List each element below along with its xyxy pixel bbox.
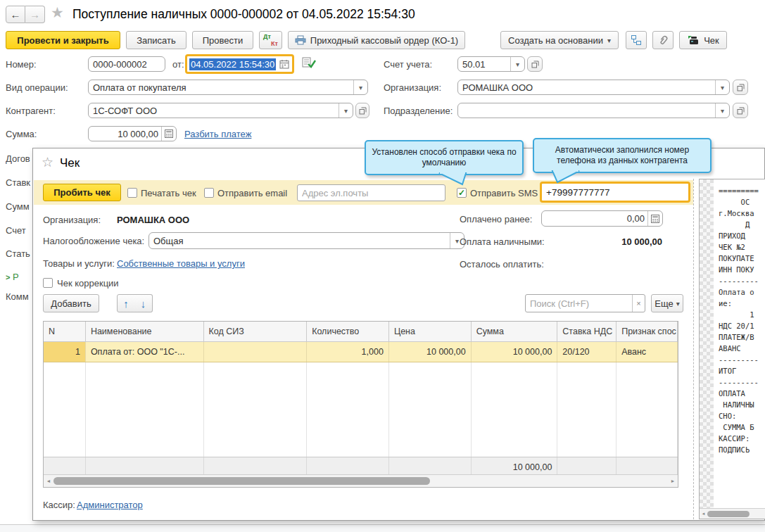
scroll-right-icon[interactable]: ► bbox=[668, 479, 678, 483]
phone-autofill-tooltip: Автоматически заполнился номер телефона … bbox=[533, 138, 712, 173]
dt-label: Дт bbox=[263, 33, 271, 40]
back-button[interactable]: ← bbox=[6, 6, 25, 23]
paperclip-icon bbox=[655, 32, 671, 49]
send-sms-label[interactable]: Отправить SMS bbox=[470, 188, 538, 198]
cell-price: 10 000,00 bbox=[389, 342, 472, 362]
receipt-line: ЧЕК №2 bbox=[719, 241, 759, 253]
col-header-n[interactable]: N bbox=[44, 322, 86, 341]
favorite-star-icon[interactable]: ★ bbox=[51, 4, 64, 21]
receipt-margin bbox=[700, 179, 714, 510]
calculator-icon[interactable] bbox=[647, 211, 662, 226]
document-check-icon bbox=[302, 57, 316, 69]
arrow-up-icon: ↑ bbox=[123, 298, 129, 310]
amount-field[interactable]: 10 000,00 bbox=[88, 126, 177, 141]
create-based-on-button[interactable]: Создать на основании ▾ bbox=[500, 31, 619, 49]
send-sms-checkbox[interactable]: ✓ bbox=[457, 188, 467, 198]
print-check-checkbox[interactable] bbox=[127, 188, 137, 198]
calendar-icon[interactable] bbox=[279, 59, 289, 69]
account-dropdown-icon[interactable]: ▾ bbox=[510, 57, 524, 71]
number-field[interactable]: 0000-000002 bbox=[88, 56, 165, 72]
organization-open-button[interactable] bbox=[733, 80, 748, 95]
account-open-button[interactable] bbox=[527, 56, 543, 72]
col-header-payment-attr[interactable]: Признак спос bbox=[617, 322, 678, 341]
counterparty-value: 1С-СОФТ ООО bbox=[89, 106, 339, 116]
save-button[interactable]: Записать bbox=[126, 31, 186, 49]
move-down-button[interactable]: ↓ bbox=[134, 294, 153, 312]
account2-label: Счет bbox=[6, 225, 32, 236]
print-check-label[interactable]: Печатать чек bbox=[141, 188, 196, 198]
paid-earlier-field[interactable]: 0,00 bbox=[541, 210, 663, 227]
operation-dropdown-icon[interactable]: ▾ bbox=[353, 80, 367, 94]
attachments-button[interactable] bbox=[652, 31, 674, 49]
contract-label: Догов bbox=[6, 153, 32, 164]
page-title: Поступление наличных 0000-000002 от 04.0… bbox=[72, 7, 415, 22]
fiscalize-label: Пробить чек bbox=[53, 187, 110, 198]
operation-kind-combo[interactable]: Оплата от покупателя ▾ bbox=[88, 80, 368, 95]
related-documents-button[interactable] bbox=[626, 31, 647, 49]
division-open-button[interactable] bbox=[733, 103, 748, 118]
col-header-qty[interactable]: Количество bbox=[307, 322, 389, 341]
correction-check-label[interactable]: Чек коррекции bbox=[57, 278, 119, 289]
organization-label: Организация: bbox=[384, 82, 441, 93]
col-header-price[interactable]: Цена bbox=[389, 322, 472, 341]
more-button[interactable]: Еще ▾ bbox=[651, 294, 683, 312]
receipt-line: --------- bbox=[719, 275, 759, 286]
vat-rate-label: Ставк bbox=[6, 177, 32, 188]
send-email-label[interactable]: Отправить email bbox=[217, 188, 287, 198]
col-header-sum[interactable]: Сумма bbox=[472, 322, 558, 341]
scroll-left-icon[interactable]: ◄ bbox=[44, 479, 53, 483]
search-input[interactable] bbox=[526, 298, 632, 309]
table-hscrollbar[interactable]: ◄ ► bbox=[44, 474, 678, 487]
counterparty-open-button[interactable] bbox=[355, 103, 369, 118]
organization-dropdown-icon[interactable]: ▾ bbox=[715, 80, 729, 94]
dialog-star-icon[interactable]: ☆ bbox=[42, 154, 53, 170]
cash-order-print-button[interactable]: Приходный кассовый ордер (КО-1) bbox=[288, 31, 465, 49]
tax-system-combo[interactable]: Общая ▾ bbox=[148, 232, 464, 249]
more-label: Еще bbox=[655, 298, 673, 309]
move-up-button[interactable]: ↑ bbox=[117, 294, 135, 312]
account-value: 50.01 bbox=[458, 59, 510, 70]
date-field[interactable]: 04.05.2022 15:54:30 bbox=[185, 54, 294, 74]
counterparty-dropdown-icon[interactable]: ▾ bbox=[339, 103, 353, 118]
cashier-link[interactable]: Администратор bbox=[77, 500, 143, 510]
goods-services-link[interactable]: Собственные товары и услуги bbox=[117, 258, 245, 269]
table-empty-area bbox=[44, 362, 678, 457]
cash-order-label: Приходный кассовый ордер (КО-1) bbox=[310, 35, 458, 46]
fiscalize-button[interactable]: Пробить чек bbox=[43, 184, 121, 201]
tax-system-label: Налогообложение чека: bbox=[43, 236, 144, 246]
dt-kt-button[interactable]: Дт Кт bbox=[259, 31, 282, 49]
forward-button[interactable]: → bbox=[25, 6, 45, 23]
send-email-checkbox[interactable] bbox=[204, 188, 214, 198]
correction-check-checkbox[interactable] bbox=[43, 278, 53, 288]
scroll-left-icon[interactable]: ◄ bbox=[700, 512, 707, 516]
post-and-close-button[interactable]: Провести и закрыть bbox=[6, 31, 120, 49]
scroll-thumb[interactable] bbox=[707, 511, 750, 517]
amount-label: Сумма: bbox=[6, 129, 37, 139]
phone-input[interactable] bbox=[542, 187, 688, 198]
details-group-link[interactable]: > Р bbox=[6, 272, 32, 282]
splitter[interactable] bbox=[693, 179, 694, 519]
receipt-line: ие: bbox=[719, 298, 759, 309]
scroll-thumb[interactable] bbox=[53, 477, 430, 485]
calculator-icon[interactable] bbox=[161, 127, 176, 141]
division-combo[interactable]: ▾ bbox=[457, 103, 730, 118]
col-header-siz[interactable]: Код СИЗ bbox=[204, 322, 308, 341]
check-button[interactable]: Чек bbox=[679, 31, 727, 49]
clear-search-icon[interactable]: × bbox=[632, 295, 645, 312]
counterparty-combo[interactable]: 1С-СОФТ ООО ▾ bbox=[88, 103, 353, 118]
add-row-button[interactable]: Добавить bbox=[43, 294, 99, 312]
col-header-name[interactable]: Наименование bbox=[86, 322, 204, 341]
division-dropdown-icon[interactable]: ▾ bbox=[715, 103, 729, 118]
post-button[interactable]: Провести bbox=[192, 31, 253, 49]
col-header-vat[interactable]: Ставка НДС bbox=[557, 322, 617, 341]
tooltip-tail bbox=[550, 170, 582, 184]
receipt-line: ОПЛАТА bbox=[719, 388, 759, 399]
email-input[interactable] bbox=[298, 188, 445, 198]
set-current-date-button[interactable] bbox=[302, 57, 316, 71]
table-row[interactable]: 1 Оплата от: ООО "1С-... 1,000 10 000,00… bbox=[44, 342, 678, 362]
paid-earlier-value: 0,00 bbox=[542, 213, 647, 224]
account-combo[interactable]: 50.01 ▾ bbox=[457, 56, 525, 72]
split-payment-link[interactable]: Разбить платеж bbox=[184, 129, 251, 139]
organization-combo[interactable]: РОМАШКА ООО ▾ bbox=[457, 80, 730, 95]
receipt-hscrollbar[interactable]: ◄ bbox=[700, 508, 765, 519]
